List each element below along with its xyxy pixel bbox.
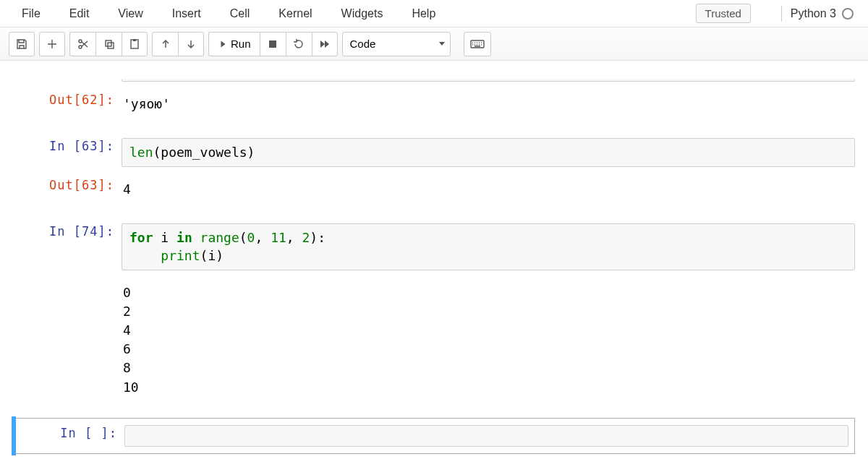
run-label: Run <box>231 38 251 50</box>
divider <box>781 6 782 22</box>
code-input[interactable]: for i in range(0, 11, 2): print(i) <box>122 223 855 270</box>
code-input[interactable] <box>124 425 848 447</box>
input-prompt: In [74]: <box>13 220 122 241</box>
paste-icon <box>129 38 140 50</box>
output-text: 4 <box>122 177 855 202</box>
svg-point-1 <box>79 40 82 43</box>
command-palette-button[interactable] <box>464 32 491 56</box>
save-button[interactable] <box>9 32 35 56</box>
kernel-name[interactable]: Python 3 <box>791 7 836 20</box>
arrow-down-icon <box>185 38 197 50</box>
copy-button[interactable] <box>95 32 122 56</box>
output-prompt: Out[63]: <box>13 173 122 195</box>
run-icon <box>218 40 226 48</box>
code-cell[interactable]: In [74]: for i in range(0, 11, 2): print… <box>13 218 855 407</box>
input-area-stub <box>13 75 122 82</box>
menu-kernel[interactable]: Kernel <box>264 1 326 26</box>
save-icon <box>16 38 27 50</box>
move-up-button[interactable] <box>152 32 178 56</box>
fast-forward-icon <box>319 38 331 50</box>
arrow-up-icon <box>160 38 171 50</box>
output-prompt: Out[62]: <box>13 88 122 110</box>
menu-help[interactable]: Help <box>397 1 450 26</box>
scissors-icon <box>77 38 89 50</box>
copy-icon <box>103 38 115 50</box>
run-button[interactable]: Run <box>208 32 260 56</box>
paste-button[interactable] <box>122 32 148 56</box>
restart-run-all-button[interactable] <box>312 32 338 56</box>
menu-widgets[interactable]: Widgets <box>327 1 398 26</box>
code-cell-selected[interactable]: In [ ]: <box>13 416 855 455</box>
trusted-indicator[interactable]: Trusted <box>696 4 751 23</box>
restart-icon <box>293 38 305 50</box>
interrupt-button[interactable] <box>260 32 286 56</box>
cell-type-select[interactable]: Code <box>342 32 451 56</box>
svg-rect-3 <box>108 43 114 48</box>
stop-icon <box>267 38 278 50</box>
output-text: 'уяою' <box>122 92 855 116</box>
toolbar: Run Code <box>0 27 868 61</box>
stdout-text: 0 2 4 6 8 10 <box>122 280 855 400</box>
svg-rect-5 <box>133 39 136 41</box>
input-prompt: In [ ]: <box>16 421 124 443</box>
code-cell[interactable]: Out[62]: 'уяою' <box>13 74 855 124</box>
kernel-status-icon[interactable] <box>842 8 854 20</box>
insert-cell-button[interactable] <box>39 32 65 56</box>
svg-rect-6 <box>269 40 276 48</box>
move-down-button[interactable] <box>178 32 204 56</box>
code-input[interactable]: len(poem_vowels) <box>122 138 855 167</box>
notebook-area: Out[62]: 'уяою' In [63]: len(poem_vowels… <box>0 61 868 467</box>
plus-icon <box>46 38 58 50</box>
menu-cell[interactable]: Cell <box>216 1 265 26</box>
menu-view[interactable]: View <box>103 1 157 26</box>
menu-insert[interactable]: Insert <box>158 1 216 26</box>
keyboard-icon <box>470 40 485 48</box>
svg-point-0 <box>79 46 82 48</box>
menu-file[interactable]: File <box>7 1 55 26</box>
output-prompt-empty <box>13 277 122 284</box>
menubar: File Edit View Insert Cell Kernel Widget… <box>0 0 868 27</box>
cut-button[interactable] <box>69 32 95 56</box>
svg-rect-2 <box>106 40 111 46</box>
restart-button[interactable] <box>286 32 312 56</box>
input-prompt: In [63]: <box>13 134 122 156</box>
code-input-stub <box>122 79 855 82</box>
menu-edit[interactable]: Edit <box>55 1 104 26</box>
code-cell[interactable]: In [63]: len(poem_vowels) Out[63]: 4 <box>13 133 855 210</box>
